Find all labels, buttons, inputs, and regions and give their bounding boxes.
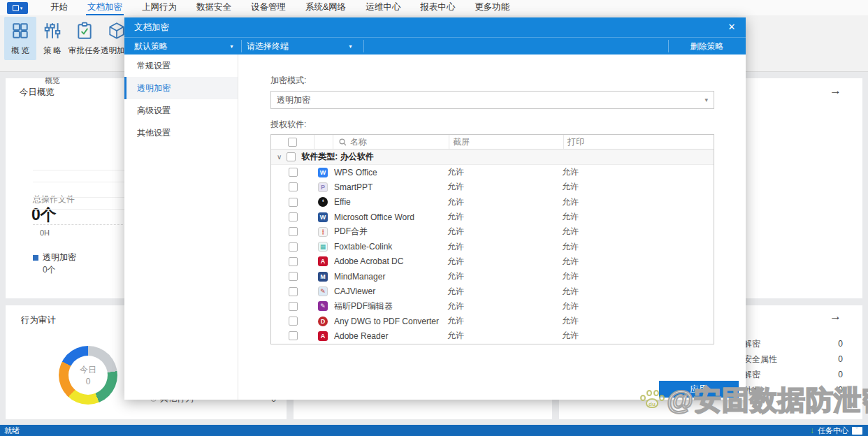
app-menu-button[interactable]: ▾ [7, 2, 28, 14]
screenshot-permission: 允许 [444, 270, 558, 282]
policy-dropdown[interactable]: 默认策略 ▼ [134, 38, 232, 55]
print-permission: 允许 [558, 286, 714, 298]
software-row: AAdobe Acrobat DC允许允许 [271, 254, 714, 269]
dialog-blue-bar: 默认策略 ▼ 请选择终端 ▼ 删除策略 [124, 37, 746, 54]
row-checkbox[interactable] [289, 272, 298, 281]
software-row: MMindManager允许允许 [271, 269, 714, 284]
sliders-icon [43, 22, 62, 42]
row-checkbox-cell [271, 198, 314, 207]
screenshot-permission: 允许 [444, 226, 558, 238]
status-ready-label: 就绪 [4, 426, 20, 436]
encrypt-mode-label: 加密模式: [270, 75, 306, 87]
dialog-sidebar-item-3[interactable]: 高级设置 [124, 99, 238, 122]
row-checkbox[interactable] [289, 302, 298, 311]
app-icon: W [318, 212, 328, 222]
row-checkbox[interactable] [289, 287, 298, 296]
dialog-sidebar-item-1[interactable]: 常规设置 [124, 54, 238, 77]
software-row: ✎CAJViewer允许允许 [271, 284, 714, 298]
screenshot-permission: 允许 [444, 181, 558, 193]
decrypt-row-value: 0 [838, 354, 843, 364]
print-permission: 允许 [558, 196, 714, 208]
screenshot-permission: 允许 [444, 286, 558, 298]
group-checkbox[interactable] [287, 152, 296, 161]
menu-item-8[interactable]: 报表中心 [410, 0, 465, 15]
row-checkbox[interactable] [289, 242, 298, 252]
row-checkbox[interactable] [289, 331, 298, 340]
row-checkbox[interactable] [289, 198, 298, 207]
row-checkbox[interactable] [289, 317, 298, 326]
menu-item-3[interactable]: 上网行为 [132, 0, 187, 15]
screenshot-permission: 允许 [444, 330, 558, 342]
donut-center: 今日 0 [68, 356, 108, 395]
overview-legend-value: 0个 [43, 264, 56, 276]
menu-item-2[interactable]: 文档加密 [78, 0, 132, 15]
row-checkbox-cell [271, 212, 314, 221]
row-checkbox[interactable] [289, 182, 298, 191]
app-window-icon [13, 5, 19, 11]
app-name: Microsoft Office Word [334, 212, 444, 222]
app-icon: D [318, 317, 328, 326]
header-name[interactable]: 名称 [333, 135, 449, 149]
chevron-expand-icon[interactable]: ∨ [277, 153, 282, 161]
app-name: Adobe Acrobat DC [334, 256, 444, 266]
task-center-button[interactable]: 任务中心 [818, 426, 848, 436]
row-checkbox-cell [271, 331, 314, 340]
menu-item-7[interactable]: 运维中心 [356, 0, 410, 15]
decrypt-arrow-icon[interactable]: → [830, 310, 841, 324]
cube-icon [108, 22, 126, 42]
terminal-dropdown[interactable]: 请选择终端 ▼ [247, 38, 355, 55]
overview-arrow-icon[interactable]: → [830, 84, 841, 98]
dialog-sidebar-item-4[interactable]: 其他设置 [124, 122, 238, 144]
close-icon[interactable]: ✕ [726, 22, 737, 33]
apply-button[interactable]: 应用 [659, 381, 739, 398]
ribbon-item-3[interactable]: 审批任务 [68, 17, 101, 60]
app-icon: ▦ [318, 242, 328, 252]
row-checkbox[interactable] [289, 168, 298, 177]
delete-policy-button[interactable]: 删除策略 [668, 38, 746, 55]
mail-icon[interactable] [852, 427, 862, 435]
menu-item-1[interactable]: 开始 [41, 0, 78, 15]
row-checkbox-cell [271, 287, 314, 296]
header-print[interactable]: 打印 [564, 135, 714, 149]
app-name: CAJViewer [334, 286, 444, 296]
header-screenshot-label: 截屏 [453, 136, 470, 148]
menu-item-9[interactable]: 更多功能 [465, 0, 519, 15]
select-all-checkbox[interactable] [288, 138, 297, 147]
row-checkbox-cell [271, 302, 314, 311]
app-name: SmartPPT [334, 182, 444, 192]
screenshot-permission: 允许 [444, 241, 558, 253]
row-checkbox-cell [271, 272, 314, 281]
ribbon-item-1[interactable]: 概 览 [4, 17, 36, 60]
header-spacer [314, 135, 333, 149]
chevron-down-icon: ▼ [348, 44, 353, 49]
status-bar: 就绪 ↓ 任务中心 [0, 425, 868, 436]
software-group-row[interactable]: ∨ 软件类型: 办公软件 [271, 150, 714, 165]
row-checkbox-cell [271, 317, 314, 326]
software-row: WMicrosoft Office Word允许允许 [271, 210, 714, 224]
row-checkbox[interactable] [289, 227, 298, 236]
screenshot-permission: 允许 [444, 166, 558, 178]
software-row: AAdobe Reader允许允许 [271, 328, 714, 343]
legend-swatch-icon [33, 255, 38, 261]
group-label: 软件类型: 办公软件 [301, 151, 373, 163]
row-checkbox[interactable] [289, 212, 298, 221]
policy-dropdown-label: 默认策略 [134, 41, 168, 52]
chart-x-axis-label: 0H [40, 228, 50, 237]
row-checkbox[interactable] [289, 257, 298, 266]
select-caret-icon: ▾ [704, 96, 708, 103]
encrypt-mode-select[interactable]: 透明加密 ▾ [270, 91, 714, 109]
menu-item-4[interactable]: 数据安全 [187, 0, 241, 15]
header-screenshot[interactable]: 截屏 [449, 135, 564, 149]
app-icon: ⋮ [318, 227, 328, 237]
ribbon-item-2[interactable]: 策 略 [36, 17, 68, 60]
app-window: ▾ 开始文档加密上网行为数据安全设备管理系统&网络运维中心报表中心更多功能 概 … [0, 0, 868, 436]
screenshot-permission: 允许 [444, 211, 558, 223]
app-name: 福昕PDF编辑器 [334, 300, 444, 312]
app-icon: ✎ [318, 301, 328, 311]
print-permission: 允许 [558, 226, 714, 238]
app-name: Foxtable-Colink [334, 242, 444, 252]
menu-item-6[interactable]: 系统&网络 [296, 0, 356, 15]
dialog-sidebar-item-2[interactable]: 透明加密 [124, 77, 238, 99]
main-menu: 开始文档加密上网行为数据安全设备管理系统&网络运维中心报表中心更多功能 [41, 0, 519, 15]
menu-item-5[interactable]: 设备管理 [241, 0, 296, 15]
